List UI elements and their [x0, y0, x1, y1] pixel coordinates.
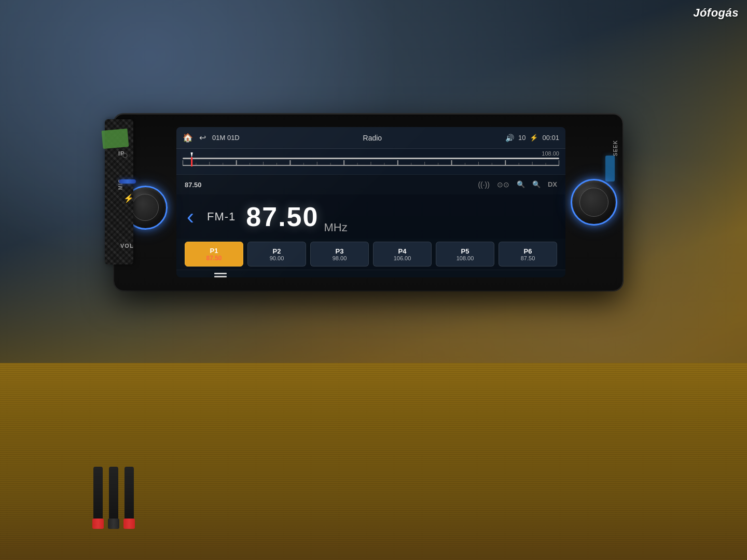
search-minus-icon[interactable]: 🔍 [517, 180, 525, 189]
screen-title: Radio [246, 134, 499, 142]
tuning-knob[interactable] [571, 179, 617, 226]
usb-port[interactable] [605, 156, 615, 181]
preset-p2-freq: 90.00 [270, 255, 284, 261]
freq-scale-bar [183, 158, 559, 159]
cables-area [93, 467, 134, 529]
repeat-icon[interactable]: ⊙⊙ [497, 180, 509, 189]
preset-p5[interactable]: P5 108.00 [436, 242, 494, 267]
band-icon [213, 271, 228, 278]
left-panel: IR ⚡ MIC VOL [114, 114, 176, 290]
preset-p6-label: P6 [524, 247, 532, 255]
preset-p3-label: P3 [336, 247, 344, 255]
preset-p3-freq: 98.00 [333, 255, 347, 261]
home-icon[interactable]: 🏠 [183, 133, 193, 143]
frequency-bar[interactable]: 108.00 [176, 149, 565, 175]
right-panel: SEEK [565, 114, 622, 290]
cable-tip-3 [123, 519, 135, 529]
preset-p6-freq: 87.50 [521, 255, 535, 261]
ir-sensor [122, 153, 128, 158]
lightning-icon: ⚡ [123, 193, 134, 203]
station-name: FM-1 [207, 210, 236, 223]
time-display: 00:01 [542, 134, 559, 142]
top-bar: 🏠 ↩ 01M 01D Radio 🔊 10 ⚡ 00:01 [176, 127, 565, 149]
stereo-icon[interactable]: ((·)) [478, 180, 490, 189]
freq-display-small: 87.50 [185, 181, 202, 189]
freq-end-label: 108.00 [542, 150, 559, 157]
top-bar-right: 🔊 10 ⚡ 00:01 [505, 134, 559, 142]
sub-icons: ((·)) ⊙⊙ 🔍 🔍 DX [478, 180, 557, 189]
preset-p1[interactable]: P1 87.50 [185, 242, 243, 267]
cardboard-surface [0, 363, 747, 560]
main-freq-display: ‹ FM-1 87.50 MHz [176, 194, 565, 239]
radio-screen[interactable]: 🏠 ↩ 01M 01D Radio 🔊 10 ⚡ 00:01 [176, 127, 565, 277]
preset-p5-freq: 108.00 [457, 255, 474, 261]
preset-p4-label: P4 [398, 247, 407, 255]
seek-label: SEEK [613, 140, 618, 156]
sub-controls: 87.50 ((·)) ⊙⊙ 🔍 🔍 DX [176, 175, 565, 194]
volume-level: 10 [518, 134, 525, 142]
preset-p3[interactable]: P3 98.00 [310, 242, 369, 267]
cable-tip-2 [108, 519, 119, 529]
cable-2 [109, 467, 118, 529]
preset-p5-label: P5 [461, 247, 469, 255]
svg-marker-30 [191, 152, 193, 158]
cable-1 [93, 467, 103, 529]
search-plus-icon[interactable]: 🔍 [532, 180, 541, 189]
cable-tip-1 [92, 519, 104, 529]
preset-p6[interactable]: P6 87.50 [499, 242, 557, 267]
back-icon[interactable]: ↩ [199, 133, 206, 143]
cable-3 [125, 467, 134, 529]
preset-p4-freq: 106.00 [394, 255, 411, 261]
mhz-unit: MHz [324, 221, 347, 234]
radio-unit: IR ⚡ MIC VOL 🏠 ↩ 01M 01D Radio 🔊 10 ⚡ 00… [114, 114, 622, 290]
svg-rect-32 [214, 273, 227, 274]
brand-logo: Jófogás [693, 6, 739, 20]
preset-p1-freq: 87.50 [206, 255, 222, 262]
usb-led-button[interactable] [119, 179, 136, 184]
presets-row: P1 87.50 P2 90.00 P3 98.00 P4 106.00 P5 … [176, 239, 565, 270]
tune-left-arrow[interactable]: ‹ [187, 204, 194, 229]
dx-label[interactable]: DX [548, 180, 557, 189]
freq-scale: 108.00 [183, 153, 559, 163]
band-button[interactable]: FMAMBand [183, 271, 258, 278]
date-display: 01M 01D [212, 134, 240, 142]
preset-p2-label: P2 [273, 247, 281, 255]
bluetooth-icon: ⚡ [530, 134, 538, 142]
green-tape [102, 129, 129, 149]
bottom-controls: FMAMBand Scan Introduce [176, 270, 565, 277]
main-frequency: 87.50 [246, 201, 319, 232]
preset-p4[interactable]: P4 106.00 [373, 242, 432, 267]
preset-p1-label: P1 [210, 247, 218, 255]
preset-p2[interactable]: P2 90.00 [247, 242, 306, 267]
svg-rect-33 [214, 276, 227, 277]
vol-label: VOL [120, 243, 134, 249]
volume-icon: 🔊 [505, 134, 514, 142]
